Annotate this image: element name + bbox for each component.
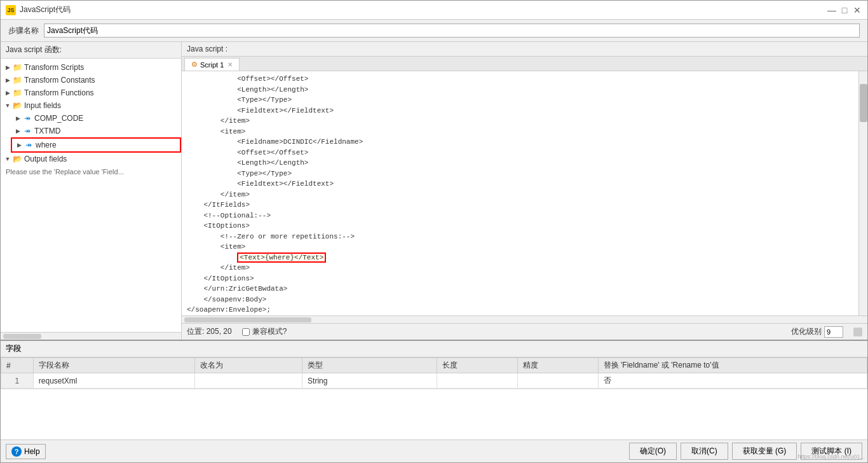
field-icon-where: ↠ bbox=[24, 140, 34, 150]
tree-label-functions: Transform Functions bbox=[24, 88, 94, 97]
tree-item-transform-scripts[interactable]: ▶ 📁 Transform Scripts bbox=[1, 61, 181, 74]
tree-arrow-output: ▼ bbox=[3, 155, 12, 163]
col-header-type: 类型 bbox=[302, 358, 437, 373]
tree-label-input: Input fields bbox=[24, 101, 61, 110]
footer-left: ? Help bbox=[6, 444, 46, 459]
tree-item-where[interactable]: ▶ ↠ where bbox=[11, 137, 181, 153]
optimize-group: 优化级别 bbox=[297, 326, 843, 338]
main-window: JS JavaScript代码 — □ ✕ 步骤名称 Java script 函… bbox=[0, 0, 868, 463]
col-header-rename: 改名为 bbox=[194, 358, 302, 373]
tree-item-transform-functions[interactable]: ▶ 📁 Transform Functions bbox=[1, 86, 181, 99]
folder-icon-functions: 📁 bbox=[12, 88, 22, 98]
script-tab-1[interactable]: ⚙ Script 1 ✕ bbox=[184, 58, 240, 71]
col-header-replace: 替换 'Fieldname' 或 'Rename to'值 bbox=[598, 358, 867, 373]
folder-open-icon-input: 📂 bbox=[12, 100, 22, 111]
cell-length bbox=[437, 373, 517, 389]
left-panel: Java script 函数: ▶ 📁 Transform Scripts ▶ … bbox=[1, 42, 182, 340]
cancel-button[interactable]: 取消(C) bbox=[681, 443, 728, 460]
close-button[interactable]: ✕ bbox=[852, 5, 862, 15]
tree-label-comp: COMP_CODE bbox=[34, 114, 83, 123]
empty-table-area bbox=[1, 389, 867, 439]
col-header-num: # bbox=[1, 358, 34, 373]
tab-close-icon[interactable]: ✕ bbox=[227, 61, 233, 68]
left-horizontal-scroll[interactable] bbox=[1, 332, 181, 340]
right-scrollbar[interactable] bbox=[858, 71, 867, 315]
tree-arrow-input: ▼ bbox=[3, 101, 12, 110]
cell-precision bbox=[517, 373, 598, 389]
status-bar: 位置: 205, 20 兼容模式? 优化级别 bbox=[182, 323, 867, 340]
bottom-header: 字段 bbox=[1, 341, 867, 357]
window-title: JavaScript代码 bbox=[20, 4, 71, 15]
help-icon: ? bbox=[11, 446, 22, 457]
folder-open-icon-output: 📂 bbox=[12, 154, 22, 164]
script-tabs: ⚙ Script 1 ✕ bbox=[182, 57, 867, 71]
tree-arrow-txtmd: ▶ bbox=[13, 127, 22, 135]
title-bar-left: JS JavaScript代码 bbox=[6, 4, 71, 15]
cell-fieldname: requsetXml bbox=[33, 373, 194, 389]
position-label: 位置: 205, 20 bbox=[187, 326, 232, 337]
tree-arrow-scripts: ▶ bbox=[3, 63, 12, 72]
help-label: Help bbox=[24, 447, 40, 456]
step-name-input[interactable] bbox=[44, 24, 860, 38]
compat-label: 兼容模式? bbox=[252, 326, 287, 337]
tree-arrow-constants: ▶ bbox=[3, 76, 12, 85]
minimize-button[interactable]: — bbox=[827, 5, 837, 15]
tree-area[interactable]: ▶ 📁 Transform Scripts ▶ 📁 Transform Cons… bbox=[1, 59, 181, 332]
tree-label-scripts: Transform Scripts bbox=[24, 63, 84, 72]
title-bar: JS JavaScript代码 — □ ✕ bbox=[1, 1, 867, 20]
optimize-input[interactable] bbox=[824, 326, 843, 338]
tree-item-input-fields[interactable]: ▼ 📂 Input fields bbox=[1, 99, 181, 112]
right-panel: Java script : ⚙ Script 1 ✕ <Offset></Off… bbox=[182, 42, 867, 340]
col-header-precision: 精度 bbox=[517, 358, 598, 373]
tree-label-output: Output fields bbox=[24, 155, 67, 163]
compat-mode-checkbox[interactable] bbox=[242, 328, 250, 336]
tree-label-txtmd: TXTMD bbox=[34, 127, 60, 135]
step-name-row: 步骤名称 bbox=[1, 20, 867, 42]
tree-label-constants: Transform Constants bbox=[24, 76, 95, 85]
code-horizontal-scroll[interactable] bbox=[182, 315, 867, 323]
compat-mode-checkbox-group: 兼容模式? bbox=[242, 326, 287, 337]
left-panel-header: Java script 函数: bbox=[1, 42, 181, 59]
cell-replace: 否 bbox=[598, 373, 867, 389]
cell-rename bbox=[194, 373, 302, 389]
folder-icon-constants: 📁 bbox=[12, 75, 22, 85]
watermark: https://blog.csdn.net/u01... bbox=[797, 453, 865, 460]
output-note: Please use the 'Replace value 'Field... bbox=[1, 165, 181, 178]
script-tab-icon: ⚙ bbox=[191, 60, 198, 69]
tree-item-transform-constants[interactable]: ▶ 📁 Transform Constants bbox=[1, 74, 181, 86]
field-table: # 字段名称 改名为 类型 长度 精度 替换 'Fieldname' 或 'Re… bbox=[1, 357, 867, 389]
tree-item-txtmd[interactable]: ▶ ↠ TXTMD bbox=[11, 125, 181, 137]
tree-item-comp-code[interactable]: ▶ ↠ COMP_CODE bbox=[11, 112, 181, 125]
cell-type: String bbox=[302, 373, 437, 389]
field-icon-txtmd: ↠ bbox=[22, 126, 32, 136]
code-editor-wrapper: <Offset></Offset> <Length></Length> <Typ… bbox=[182, 71, 867, 315]
table-row[interactable]: 1 requsetXml String 否 bbox=[1, 373, 867, 389]
code-editor[interactable]: <Offset></Offset> <Length></Length> <Typ… bbox=[182, 71, 858, 315]
field-icon-comp: ↠ bbox=[22, 113, 32, 123]
script-tab-label: Script 1 bbox=[200, 61, 224, 69]
tree-arrow-where: ▶ bbox=[15, 141, 24, 149]
bottom-section: 字段 # 字段名称 改名为 类型 长度 精度 替换 'Fieldname' 或 … bbox=[1, 340, 867, 439]
maximize-button[interactable]: □ bbox=[839, 5, 850, 15]
right-panel-header: Java script : bbox=[182, 42, 867, 57]
help-button[interactable]: ? Help bbox=[6, 444, 46, 459]
cell-num: 1 bbox=[1, 373, 34, 389]
step-name-label: 步骤名称 bbox=[8, 25, 39, 36]
tree-item-output-fields[interactable]: ▼ 📂 Output fields bbox=[1, 153, 181, 165]
col-header-length: 长度 bbox=[437, 358, 517, 373]
tree-label-where: where bbox=[36, 141, 57, 149]
status-expand-btn[interactable] bbox=[853, 328, 862, 336]
title-bar-controls: — □ ✕ bbox=[827, 5, 862, 15]
get-vars-button[interactable]: 获取变量 (G) bbox=[732, 443, 797, 460]
optimize-label: 优化级别 bbox=[791, 326, 822, 337]
main-content: Java script 函数: ▶ 📁 Transform Scripts ▶ … bbox=[1, 42, 867, 340]
folder-icon-scripts: 📁 bbox=[12, 62, 22, 73]
tree-arrow-functions: ▶ bbox=[3, 88, 12, 97]
footer-bar: ? Help 确定(O) 取消(C) 获取变量 (G) 测试脚本 (I) bbox=[1, 439, 867, 462]
window-icon: JS bbox=[6, 5, 16, 15]
table-header-row: # 字段名称 改名为 类型 长度 精度 替换 'Fieldname' 或 'Re… bbox=[1, 358, 867, 373]
tree-children-input: ▶ ↠ COMP_CODE ▶ ↠ TXTMD ▶ ↠ where bbox=[1, 112, 181, 153]
tree-arrow-comp: ▶ bbox=[13, 114, 22, 123]
confirm-button[interactable]: 确定(O) bbox=[629, 443, 677, 460]
col-header-fieldname: 字段名称 bbox=[33, 358, 194, 373]
